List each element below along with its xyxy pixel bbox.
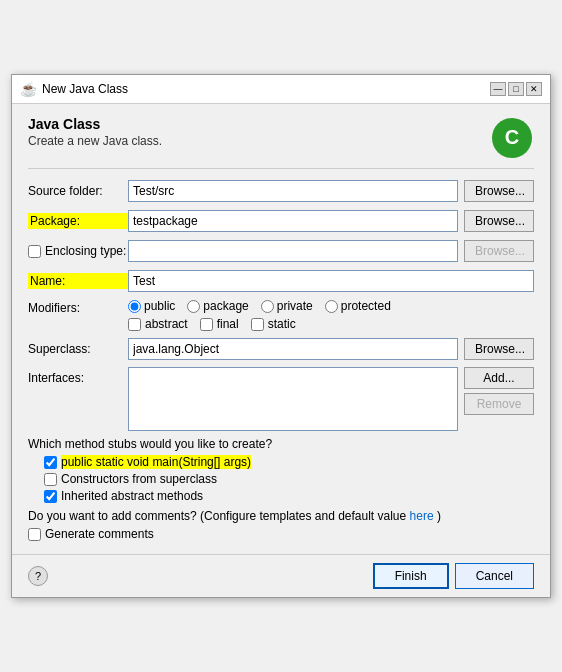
- modifier-public-label[interactable]: public: [128, 299, 175, 313]
- dialog-title: New Java Class: [42, 82, 484, 96]
- svg-text:C: C: [505, 126, 519, 148]
- modifier-abstract-checkbox[interactable]: [128, 318, 141, 331]
- close-button[interactable]: ✕: [526, 82, 542, 96]
- package-input[interactable]: [128, 210, 458, 232]
- modifier-protected-label[interactable]: protected: [325, 299, 391, 313]
- modifiers-extra-group: abstract final static: [128, 317, 391, 331]
- dialog-footer: ? Finish Cancel: [12, 554, 550, 597]
- method-stubs-section: public static void main(String[] args) C…: [28, 455, 534, 503]
- title-bar: ☕ New Java Class — □ ✕: [12, 75, 550, 104]
- stub-main-checkbox[interactable]: [44, 456, 57, 469]
- package-row: Package: Browse...: [28, 209, 534, 233]
- finish-button[interactable]: Finish: [373, 563, 449, 589]
- stub-row-inherited: Inherited abstract methods: [44, 489, 534, 503]
- package-label: Package:: [28, 213, 128, 229]
- package-controls: Browse...: [128, 210, 534, 232]
- enclosing-type-label: Enclosing type:: [28, 244, 128, 258]
- stub-constructors-checkbox[interactable]: [44, 473, 57, 486]
- stub-inherited-label: Inherited abstract methods: [61, 489, 203, 503]
- stub-constructors-label: Constructors from superclass: [61, 472, 217, 486]
- superclass-browse-button[interactable]: Browse...: [464, 338, 534, 360]
- source-folder-browse-button[interactable]: Browse...: [464, 180, 534, 202]
- interfaces-add-button[interactable]: Add...: [464, 367, 534, 389]
- modifier-private-label[interactable]: private: [261, 299, 313, 313]
- footer-left: ?: [28, 563, 367, 589]
- name-row: Name:: [28, 269, 534, 293]
- modifier-public-radio[interactable]: [128, 300, 141, 313]
- enclosing-type-row: Enclosing type: Browse...: [28, 239, 534, 263]
- interfaces-action-buttons: Add... Remove: [464, 367, 534, 415]
- superclass-input[interactable]: [128, 338, 458, 360]
- modifiers-row: Modifiers: public package private: [28, 299, 534, 331]
- interfaces-controls: Add... Remove: [128, 367, 534, 431]
- name-input[interactable]: [128, 270, 534, 292]
- generate-comments-label: Generate comments: [45, 527, 154, 541]
- package-browse-button[interactable]: Browse...: [464, 210, 534, 232]
- modifiers-controls: public package private protected: [128, 299, 391, 331]
- stub-inherited-checkbox[interactable]: [44, 490, 57, 503]
- enclosing-type-input[interactable]: [128, 240, 458, 262]
- modifier-static-label[interactable]: static: [251, 317, 296, 331]
- cancel-button[interactable]: Cancel: [455, 563, 534, 589]
- superclass-label: Superclass:: [28, 342, 128, 356]
- modifier-package-radio[interactable]: [187, 300, 200, 313]
- modifier-abstract-label[interactable]: abstract: [128, 317, 188, 331]
- enclosing-type-browse-button[interactable]: Browse...: [464, 240, 534, 262]
- modifier-static-checkbox[interactable]: [251, 318, 264, 331]
- generate-comments-checkbox[interactable]: [28, 528, 41, 541]
- header-text: Java Class Create a new Java class.: [28, 116, 162, 148]
- superclass-row: Superclass: Browse...: [28, 337, 534, 361]
- source-folder-row: Source folder: Browse...: [28, 179, 534, 203]
- new-java-class-dialog: ☕ New Java Class — □ ✕ Java Class Create…: [11, 74, 551, 598]
- generate-comments-row: Generate comments: [28, 527, 534, 541]
- comments-section: Do you want to add comments? (Configure …: [28, 509, 534, 541]
- header-title: Java Class: [28, 116, 162, 132]
- comments-link[interactable]: here: [410, 509, 434, 523]
- stub-row-main: public static void main(String[] args): [44, 455, 534, 469]
- window-controls: — □ ✕: [490, 82, 542, 96]
- stub-main-label: public static void main(String[] args): [61, 455, 251, 469]
- maximize-button[interactable]: □: [508, 82, 524, 96]
- comments-question: Do you want to add comments? (Configure …: [28, 509, 534, 523]
- modifiers-visibility-group: public package private protected: [128, 299, 391, 313]
- eclipse-logo: C: [490, 116, 534, 160]
- header-subtitle: Create a new Java class.: [28, 134, 162, 148]
- dialog-body: Java Class Create a new Java class. C So…: [12, 104, 550, 554]
- modifier-final-checkbox[interactable]: [200, 318, 213, 331]
- method-stubs-question: Which method stubs would you like to cre…: [28, 437, 534, 451]
- source-folder-label: Source folder:: [28, 184, 128, 198]
- name-controls: [128, 270, 534, 292]
- java-icon: ☕: [20, 81, 36, 97]
- source-folder-input[interactable]: [128, 180, 458, 202]
- modifier-protected-radio[interactable]: [325, 300, 338, 313]
- modifiers-label: Modifiers:: [28, 299, 128, 315]
- source-folder-controls: Browse...: [128, 180, 534, 202]
- interfaces-list: [128, 367, 458, 431]
- interfaces-remove-button[interactable]: Remove: [464, 393, 534, 415]
- interfaces-row: Interfaces: Add... Remove: [28, 367, 534, 431]
- modifier-private-radio[interactable]: [261, 300, 274, 313]
- minimize-button[interactable]: —: [490, 82, 506, 96]
- enclosing-type-checkbox[interactable]: [28, 245, 41, 258]
- modifier-final-label[interactable]: final: [200, 317, 239, 331]
- name-label: Name:: [28, 273, 128, 289]
- modifier-package-label[interactable]: package: [187, 299, 248, 313]
- stub-row-constructors: Constructors from superclass: [44, 472, 534, 486]
- header-section: Java Class Create a new Java class. C: [28, 116, 534, 169]
- help-button[interactable]: ?: [28, 566, 48, 586]
- interfaces-label: Interfaces:: [28, 367, 128, 385]
- superclass-controls: Browse...: [128, 338, 534, 360]
- enclosing-type-controls: Browse...: [128, 240, 534, 262]
